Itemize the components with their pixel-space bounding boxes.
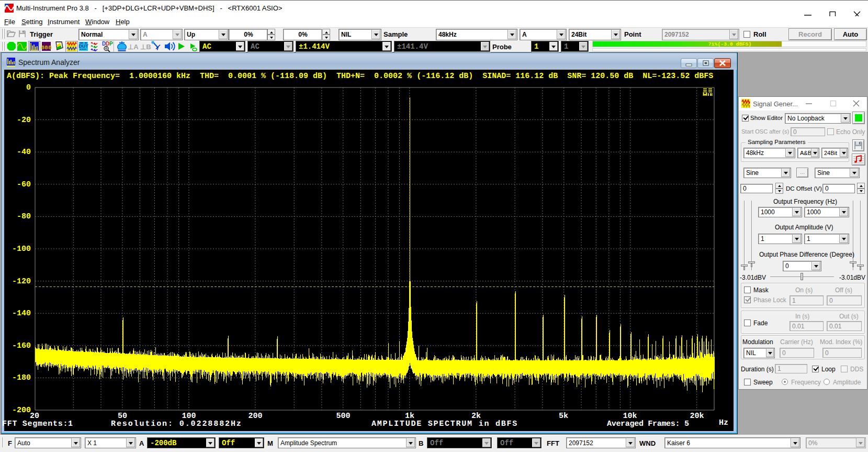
svg-text:⊥B: ⊥B (140, 43, 151, 51)
svg-text:P: P (109, 41, 113, 47)
svg-text:888: 888 (41, 44, 52, 51)
svg-text:⊥A: ⊥A (128, 43, 139, 51)
svg-text:DUT: DUT (78, 43, 88, 49)
